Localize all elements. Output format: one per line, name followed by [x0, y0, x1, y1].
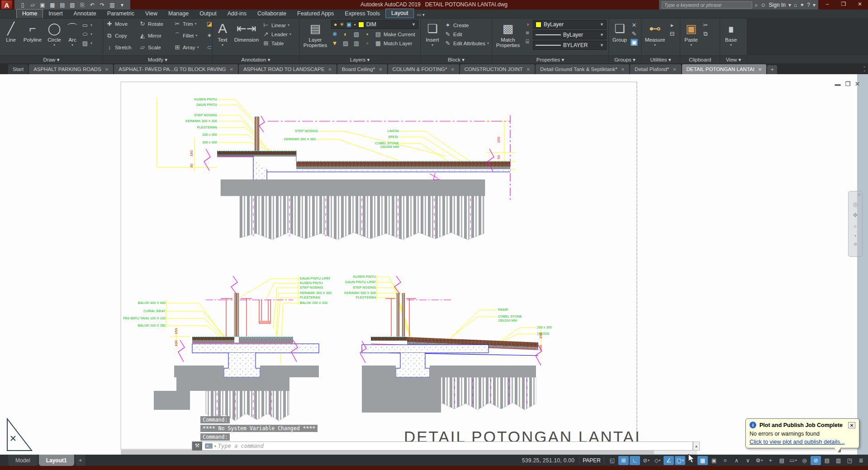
- linear-button[interactable]: ⊢Linear ▾: [262, 22, 291, 29]
- paste-button[interactable]: ▣Paste▾: [682, 20, 700, 48]
- tab-annotate[interactable]: Annotate: [68, 9, 102, 18]
- help-icon[interactable]: ?: [807, 2, 810, 8]
- quick-select-icon[interactable]: ▸: [669, 22, 676, 28]
- measure-button[interactable]: ⊷Measure▾: [643, 20, 667, 48]
- paper-model-toggle-icon[interactable]: ◱: [607, 456, 617, 465]
- clean-screen-icon[interactable]: ◳: [844, 456, 855, 465]
- panel-label-draw[interactable]: Draw ▾: [0, 56, 103, 64]
- search-icon[interactable]: ⌕: [755, 2, 758, 8]
- quick-calc-icon[interactable]: ⊟: [669, 30, 676, 37]
- file-tab[interactable]: DETAIL POTONGAN LANTAI✕: [682, 64, 767, 74]
- command-input[interactable]: Type a command: [218, 443, 264, 449]
- rectangle-button[interactable]: ▭▾: [81, 22, 92, 29]
- group-select-icon[interactable]: ▣: [631, 39, 638, 46]
- plot-icon[interactable]: ▤: [58, 1, 67, 9]
- panel-label-groups[interactable]: Groups ▾: [609, 56, 641, 64]
- panel-label-block[interactable]: Block ▾: [421, 56, 492, 64]
- match-layer-button[interactable]: ▦Match Layer: [375, 40, 412, 47]
- qat-menu-icon[interactable]: ▾: [118, 1, 127, 9]
- new-layout-button[interactable]: +: [76, 455, 85, 466]
- panel-label-view[interactable]: View ▾: [720, 56, 747, 64]
- layer-dropdown-arrow-icon[interactable]: ▼: [412, 22, 416, 27]
- fillet-button[interactable]: ⌒Fillet ▾: [174, 32, 205, 39]
- save-icon[interactable]: ▣: [38, 1, 47, 9]
- file-tab[interactable]: Start: [8, 64, 28, 74]
- lineweight-dropdown[interactable]: BYLAYER▼: [533, 41, 607, 50]
- create-block-button[interactable]: ✦Create: [444, 22, 489, 29]
- ribbon-display-toggle-icon[interactable]: ▭ ▾: [414, 11, 427, 18]
- hatch-button[interactable]: ▨▾: [81, 40, 92, 47]
- file-tab[interactable]: CONSTRUCTION JOINT✕: [460, 64, 535, 74]
- pan-icon[interactable]: ✥: [853, 212, 858, 218]
- command-bar[interactable]: ⚒ >_ ▾ Type a command: [192, 442, 693, 451]
- command-dropdown-icon[interactable]: ▾: [214, 444, 216, 448]
- cut-icon[interactable]: ✂: [702, 22, 709, 28]
- workspace-switch-icon[interactable]: ＋: [765, 456, 776, 465]
- make-current-button[interactable]: ▤Make Current: [375, 31, 415, 38]
- file-tab-close-icon[interactable]: ✕: [758, 67, 762, 72]
- zoom-extents-icon[interactable]: ⌕: [854, 223, 857, 230]
- ellipse-button[interactable]: ⬭▾: [81, 31, 92, 38]
- scale-button[interactable]: ▱Scale: [139, 44, 173, 51]
- panel-label-annotation[interactable]: Annotation ▾: [213, 56, 299, 64]
- grid-display-icon[interactable]: ∟: [630, 456, 640, 465]
- dimension-button[interactable]: ⇤⇥Dimension: [232, 20, 261, 43]
- tab-layout[interactable]: Layout: [385, 9, 414, 18]
- copy-clip-icon[interactable]: ⧉: [702, 30, 709, 38]
- trim-button[interactable]: ✂Trim ▾: [174, 20, 205, 28]
- line-button[interactable]: ╱Line: [2, 20, 20, 43]
- insert-button[interactable]: ❏Insert▾: [422, 20, 442, 48]
- file-tab[interactable]: ASPHALT- PAVED PA...G TO BLOCK PAVING✕: [114, 64, 238, 74]
- steering-wheel-icon[interactable]: ◎: [853, 201, 858, 208]
- command-wrench-icon[interactable]: ⚒: [192, 442, 202, 451]
- redo-icon[interactable]: ↷: [98, 1, 107, 9]
- file-tab[interactable]: ASPHALT ROAD TO LANDSCAPE✕: [239, 64, 337, 74]
- doc-restore-icon[interactable]: ❐: [845, 81, 850, 87]
- open-icon[interactable]: ▱: [28, 1, 37, 9]
- navigation-bar[interactable]: ✕ ◎ ✥ ⌕ ▾ ⚙: [848, 191, 863, 257]
- navbar-settings-icon[interactable]: ⚙: [854, 242, 857, 247]
- tab-addins[interactable]: Add-ins: [222, 9, 252, 18]
- rotate-button[interactable]: ↻Rotate: [139, 20, 173, 28]
- tab-collaborate[interactable]: Collaborate: [252, 9, 292, 18]
- plot-icon[interactable]: ▤: [822, 456, 832, 465]
- notification-link[interactable]: Click to view plot and publish details..…: [749, 439, 855, 445]
- annotation-monitor-icon[interactable]: ▤: [777, 456, 787, 465]
- tab-parametric[interactable]: Parametric: [102, 9, 140, 18]
- selection-cycling-icon[interactable]: ▣: [709, 456, 719, 465]
- tab-express-tools[interactable]: Express Tools: [339, 9, 385, 18]
- base-button[interactable]: ∎Base▾: [722, 20, 740, 48]
- text-button[interactable]: AText▾: [214, 20, 231, 48]
- tab-manage[interactable]: Manage: [163, 9, 194, 18]
- navbar-close-icon[interactable]: ✕: [858, 193, 861, 197]
- linetype-dropdown[interactable]: ByLayer▼: [533, 30, 607, 39]
- file-tab[interactable]: Detail Ground Tank & Septiktank*✕: [536, 64, 629, 74]
- status-menu-icon[interactable]: ≣: [856, 456, 866, 465]
- cloud-icon[interactable]: ▧: [68, 1, 77, 9]
- close-button[interactable]: ✕: [852, 0, 868, 9]
- undo-icon[interactable]: ↶: [88, 1, 97, 9]
- layer-isolate-icon[interactable]: ▧: [353, 31, 360, 38]
- table-button[interactable]: ⊞Table: [262, 40, 291, 47]
- scrollbar-thumb[interactable]: [121, 450, 654, 454]
- tab-home[interactable]: Home: [16, 9, 43, 18]
- panel-label-utilities[interactable]: Utilities ▾: [641, 56, 680, 64]
- doc-close-icon[interactable]: ✕: [855, 81, 860, 87]
- file-tab-close-icon[interactable]: ✕: [673, 67, 676, 72]
- circle-button[interactable]: ◯Circle▾: [45, 20, 63, 48]
- transparency-icon[interactable]: ▦: [697, 456, 708, 465]
- layer-properties-button[interactable]: ▤Layer Properties: [301, 20, 329, 48]
- paper-space-button[interactable]: PAPER: [579, 456, 604, 465]
- notification-close-icon[interactable]: ✕: [848, 422, 855, 428]
- polar-tracking-icon[interactable]: ⊘▾: [641, 456, 651, 465]
- doc-minimize-icon[interactable]: ▬: [835, 81, 840, 87]
- file-tab-close-icon[interactable]: ✕: [526, 67, 530, 72]
- autoscale-icon[interactable]: ∨: [743, 456, 753, 465]
- file-tab[interactable]: Board Ceiling*✕: [337, 64, 387, 74]
- plot-details-icon[interactable]: ▥: [833, 456, 844, 465]
- tab-view[interactable]: View: [140, 9, 163, 18]
- tab-model[interactable]: Model: [8, 455, 38, 466]
- annotation-visibility-icon[interactable]: ∧: [731, 456, 742, 465]
- file-tab-overflow-icon[interactable]: ⌄⌄: [863, 64, 866, 72]
- snap-mode-icon[interactable]: ⊞: [618, 456, 629, 465]
